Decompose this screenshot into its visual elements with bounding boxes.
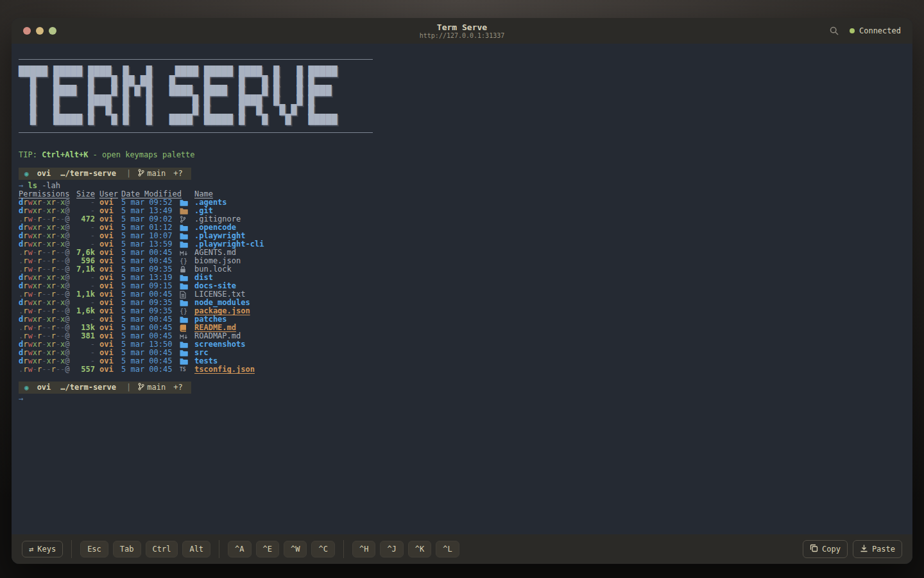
key-button-ctrl-j[interactable]: ^J xyxy=(380,541,403,557)
col-name: Name xyxy=(194,190,903,198)
file-name: .agents xyxy=(194,198,903,207)
file-name: package.json xyxy=(194,307,903,315)
folder-icon xyxy=(180,349,190,357)
cursor-line[interactable]: → xyxy=(19,395,903,403)
prompt-user: ovi xyxy=(37,170,51,178)
key-button-ctrl[interactable]: Ctrl xyxy=(146,541,178,557)
file-name: node_modules xyxy=(194,299,903,307)
keys-button[interactable]: ⇄Keys xyxy=(22,541,63,557)
ts-icon: TS xyxy=(180,365,190,374)
folder-icon xyxy=(180,340,190,349)
file-name: .git xyxy=(194,207,903,215)
file-name: ROADMAP.md xyxy=(194,332,903,340)
git-branch-icon xyxy=(138,169,144,179)
server-url: http://127.0.0.1:31337 xyxy=(420,32,504,40)
file-name: .playwright xyxy=(194,232,903,240)
file-name: AGENTS.md xyxy=(194,249,903,257)
copy-button[interactable]: Copy xyxy=(803,540,848,558)
file-permissions: .rw-r--r--@ xyxy=(19,365,69,374)
file-size: 557 xyxy=(74,365,95,374)
prompt-git-flags: +? xyxy=(173,170,182,178)
prompt-path: …/term-serve xyxy=(60,383,116,392)
folder-icon xyxy=(180,282,190,290)
file-name: screenshots xyxy=(194,340,903,349)
branch-icon xyxy=(180,215,190,223)
banner-divider-top xyxy=(19,59,373,60)
key-button-alt[interactable]: Alt xyxy=(182,541,210,557)
key-button-ctrl-a[interactable]: ^A xyxy=(228,541,251,557)
key-button-ctrl-k[interactable]: ^K xyxy=(408,541,431,557)
window-title: Term Serve xyxy=(420,22,504,32)
file-name: .playwright-cli xyxy=(194,240,903,249)
file-name: README.md xyxy=(194,324,903,332)
prompt-branch: main xyxy=(147,383,166,392)
folder-icon xyxy=(180,299,190,307)
connection-status: Connected xyxy=(850,26,901,35)
status-label: Connected xyxy=(859,26,901,35)
terminal-output[interactable]: █████ █████ ████ █ █ ████ █████ ████ █ █… xyxy=(12,44,912,534)
file-listing: PermissionsSizeUserDate ModifiedNamedrwx… xyxy=(19,190,903,374)
banner-divider-bottom xyxy=(19,132,373,133)
braces-icon: {} xyxy=(180,307,190,315)
git-branch-icon xyxy=(138,383,144,392)
tip-line: TIP: Ctrl+Alt+K - open keymaps palette xyxy=(19,151,903,159)
key-button-ctrl-w[interactable]: ^W xyxy=(284,541,307,557)
markdown-icon xyxy=(180,332,190,340)
file-date: 5 mar 00:45 xyxy=(121,365,175,374)
paste-button[interactable]: Paste xyxy=(853,540,902,558)
key-button-ctrl-c[interactable]: ^C xyxy=(311,541,334,557)
toolbar-divider xyxy=(71,540,72,558)
key-button-esc[interactable]: Esc xyxy=(80,541,108,557)
file-name: dist xyxy=(194,274,903,282)
prompt-git-flags: +? xyxy=(173,383,182,392)
window-controls xyxy=(23,27,56,35)
key-button-tab[interactable]: Tab xyxy=(113,541,141,557)
status-dot-icon xyxy=(850,28,855,33)
command-args: -lah xyxy=(37,181,60,190)
ascii-banner: █████ █████ ████ █ █ ████ █████ ████ █ █… xyxy=(19,67,903,125)
zoom-window-button[interactable] xyxy=(49,27,56,35)
os-icon: ◉ xyxy=(24,170,29,178)
folder-icon xyxy=(180,274,190,282)
file-name: .gitignore xyxy=(194,215,903,223)
folder-icon xyxy=(180,223,190,232)
copy-icon xyxy=(810,544,818,554)
markdown-icon xyxy=(180,249,190,257)
file-name: tests xyxy=(194,357,903,365)
folder-icon xyxy=(180,315,190,324)
file-name: tsconfig.json xyxy=(194,365,903,374)
book-icon xyxy=(180,324,190,332)
prompt-branch: main xyxy=(147,170,166,178)
prompt-separator: | xyxy=(126,170,131,178)
folder-icon xyxy=(180,232,190,240)
toolbar: ⇄Keys EscTabCtrlAlt^A^E^W^C^H^J^K^L Copy… xyxy=(12,534,912,564)
file-name: bun.lock xyxy=(194,265,903,274)
os-icon: ◉ xyxy=(24,383,29,392)
file-name: .opencode xyxy=(194,223,903,232)
title-block: Term Serve http://127.0.0.1:31337 xyxy=(420,22,504,40)
key-button-ctrl-l[interactable]: ^L xyxy=(436,541,459,557)
folder-icon xyxy=(180,357,190,365)
file-name: docs-site xyxy=(194,282,903,290)
toolbar-divider xyxy=(343,540,344,558)
key-button-ctrl-h[interactable]: ^H xyxy=(352,541,375,557)
doc-icon xyxy=(180,290,190,299)
app-window: Term Serve http://127.0.0.1:31337 Connec… xyxy=(12,18,912,564)
braces-icon: {} xyxy=(180,257,190,265)
minimize-window-button[interactable] xyxy=(36,27,44,35)
close-window-button[interactable] xyxy=(23,27,31,35)
file-row: .rw-r--r--@557ovi5 mar 00:45TStsconfig.j… xyxy=(19,365,903,374)
tip-hotkey: Ctrl+Alt+K xyxy=(42,150,88,159)
file-name: biome.json xyxy=(194,257,903,265)
prompt-path: …/term-serve xyxy=(60,170,116,178)
titlebar: Term Serve http://127.0.0.1:31337 Connec… xyxy=(12,18,912,44)
folder-icon xyxy=(180,240,190,249)
prompt-user: ovi xyxy=(37,383,51,392)
shell-prompt: ◉ovi…/term-serve|main+? xyxy=(19,168,191,180)
shell-prompt-second: ◉ovi…/term-serve|main+? xyxy=(19,381,191,394)
file-name: src xyxy=(194,349,903,357)
search-icon[interactable] xyxy=(829,26,839,36)
key-button-ctrl-e[interactable]: ^E xyxy=(256,541,279,557)
paste-icon xyxy=(860,544,868,554)
command-name: ls xyxy=(28,181,37,190)
